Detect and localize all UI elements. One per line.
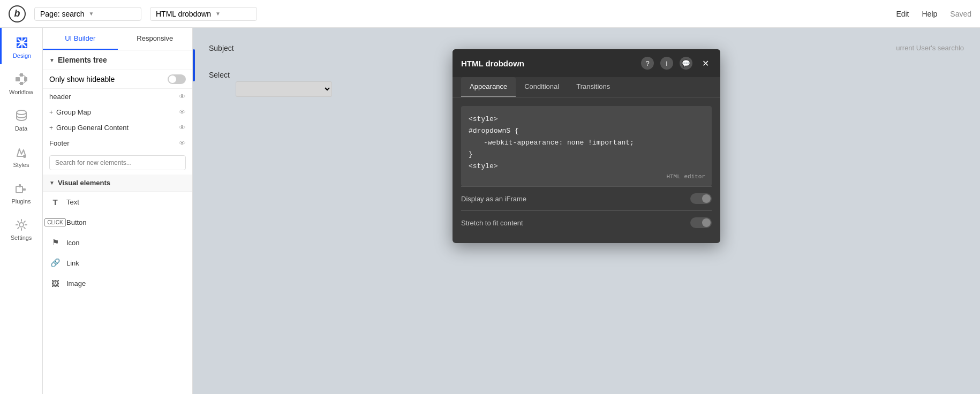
page-selector[interactable]: Page: search ▼ [34,7,141,21]
sidebar-styles-label: Styles [13,162,29,168]
code-editor[interactable]: <style> #dropdownS { -webkit-appearance:… [461,106,712,186]
html-editor-label: HTML editor [666,172,705,182]
visual-elements-label: Visual elements [58,179,110,187]
page-label: Page: search [40,10,85,18]
modal-info-icon[interactable]: i [660,57,673,70]
sidebar-settings-label: Settings [11,234,32,241]
sidebar-item-plugins[interactable]: Plugins [0,173,42,210]
modal-header: HTML drobdown ? i 💬 ✕ [453,49,720,77]
svg-point-16 [23,155,26,158]
html-dropdown-selector[interactable]: HTML drobdown ▼ [150,7,257,21]
display-iframe-knob [702,194,711,203]
main-layout: Design Workflow Data [0,28,980,394]
edit-link[interactable]: Edit [896,10,909,18]
visual-item-link[interactable]: 🔗 Link [43,253,192,273]
svg-rect-18 [19,184,21,187]
sidebar-item-styles[interactable]: Styles [0,137,42,173]
data-icon [14,108,29,123]
text-element-icon: T [49,196,61,208]
plugins-icon [14,181,29,196]
code-line-1: <style> [469,113,704,125]
hideable-toggle-row: Only show hideable [43,70,192,89]
button-element-label: Button [66,218,87,226]
svg-line-13 [23,75,26,77]
styles-icon [14,145,29,160]
code-line-5: <style> [469,161,704,172]
visual-item-text[interactable]: T Text [43,192,192,212]
modal-chat-icon[interactable]: 💬 [680,57,692,70]
tab-responsive[interactable]: Responsive [118,28,193,50]
sidebar-item-data[interactable]: Data [0,101,42,137]
group-map-expand-icon: + [49,109,53,116]
modal-tab-appearance[interactable]: Appearance [461,77,516,97]
tab-ui-builder[interactable]: UI Builder [43,28,118,50]
visual-item-image[interactable]: 🖼 Image [43,273,192,293]
sidebar-workflow-label: Workflow [9,89,33,95]
icon-element-icon: ⚑ [49,237,61,248]
elements-tree-header: ▼ Elements tree [43,50,192,70]
visual-collapse-icon[interactable]: ▼ [49,180,55,186]
tree-header-label: Elements tree [58,56,107,64]
tree-collapse-icon[interactable]: ▼ [49,57,55,63]
panel-tabs: UI Builder Responsive [43,28,192,50]
tree-item-group-general[interactable]: + Group General Content 👁 [43,120,192,135]
logo-icon[interactable]: b [9,5,26,22]
svg-line-14 [23,81,26,84]
workflow-icon [14,72,29,87]
display-iframe-toggle[interactable] [690,193,712,204]
visual-elements-header: ▼ Visual elements [43,175,192,192]
icon-element-label: Icon [66,239,80,247]
stretch-content-knob [702,218,711,227]
group-general-visibility-icon[interactable]: 👁 [179,124,186,132]
design-icon [14,35,29,50]
search-elements-input[interactable] [49,155,186,170]
settings-icon [14,217,29,232]
footer-visibility-icon[interactable]: 👁 [179,139,186,147]
svg-point-15 [17,110,26,115]
svg-point-20 [19,223,24,227]
modal-title: HTML drobdown [461,59,524,68]
modal-tabs: Appearance Conditional Transitions [453,77,720,97]
sidebar-plugins-label: Plugins [11,198,31,204]
group-general-expand-icon: + [49,124,53,132]
modal-content: <style> #dropdownS { -webkit-appearance:… [453,97,720,243]
html-dropdown-chevron-icon: ▼ [215,11,221,17]
panel: UI Builder Responsive ▼ Elements tree On… [43,28,193,394]
modal-help-icon[interactable]: ? [641,57,654,70]
sidebar-item-design[interactable]: Design [0,28,42,64]
stretch-content-toggle[interactable] [690,217,712,228]
modal-tab-transitions[interactable]: Transitions [568,77,619,97]
hideable-toggle-switch[interactable] [168,74,186,84]
group-map-visibility-icon[interactable]: 👁 [179,108,186,116]
visual-item-icon[interactable]: ⚑ Icon [43,232,192,253]
image-element-label: Image [66,279,86,287]
icon-sidebar: Design Workflow Data [0,28,43,394]
modal-tab-conditional[interactable]: Conditional [516,77,568,97]
text-element-label: Text [66,198,79,206]
svg-rect-8 [20,82,23,85]
svg-rect-19 [22,188,26,191]
hideable-label: Only show hideable [49,75,115,84]
sidebar-data-label: Data [15,125,27,132]
svg-rect-7 [20,73,23,77]
tree-item-header[interactable]: header 👁 [43,89,192,104]
code-line-3: -webkit-appearance: none !important; [469,137,704,149]
visual-item-button[interactable]: CLICK Button [43,212,192,232]
top-bar: b Page: search ▼ HTML drobdown ▼ Edit He… [0,0,980,28]
image-element-icon: 🖼 [49,277,61,289]
tree-item-group-map[interactable]: + Group Map 👁 [43,104,192,120]
page-chevron-icon: ▼ [89,11,94,17]
help-link[interactable]: Help [922,10,938,18]
modal-header-icons: ? i 💬 ✕ [641,57,712,70]
content-area: urrent User's searchlo Subject Select HT… [193,28,980,394]
stretch-content-label: Stretch to fit content [461,219,523,227]
sidebar-design-label: Design [13,52,31,59]
sidebar-item-workflow[interactable]: Workflow [0,64,42,101]
html-dropdown-label: HTML drobdown [156,10,211,18]
header-visibility-icon[interactable]: 👁 [179,93,186,101]
footer-label: Footer [49,139,70,147]
sidebar-item-settings[interactable]: Settings [0,210,42,246]
tree-item-footer[interactable]: Footer 👁 [43,135,192,151]
svg-rect-9 [24,77,27,81]
modal-close-icon[interactable]: ✕ [699,57,712,70]
